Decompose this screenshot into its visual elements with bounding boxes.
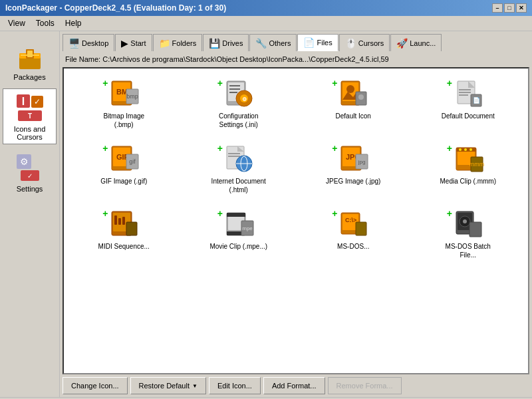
menu-view[interactable]: View [3,17,31,29]
packages-icon [14,40,46,72]
svg-text:gif: gif [129,158,136,165]
plus-icon: + [102,209,108,218]
icon-label-batch: MS-DOS Batch File... [438,242,498,259]
svg-text:✓: ✓ [27,172,33,180]
restore-dropdown-arrow: ▼ [192,383,198,389]
main-layout: Packages I T ✓ Icons and Cursors ⚙ [0,31,532,397]
svg-rect-3 [27,51,33,57]
file-path-value: C:\Archivos de programa\Stardock\Object … [102,55,388,63]
list-item[interactable]: + Default Icon [299,74,408,134]
list-item[interactable]: + mpe Movie Clip (.mpe...) [184,204,294,264]
packages-label: Packages [13,73,45,81]
plus-icon: + [217,209,223,218]
icon-wrapper-batch: + [447,209,489,241]
icon-label-bitmap: Bitmap Image(.bmp) [103,112,144,129]
svg-text:C:\>: C:\> [345,217,356,223]
icon-wrapper-default-doc: + 📄 [447,78,489,110]
svg-rect-37 [459,92,471,93]
list-item[interactable]: + 📄 Default Document [414,74,523,134]
list-item[interactable]: + ⚙ ConfigurationSettings (.ini) [184,74,294,134]
icon-label-default-doc: Default Document [442,112,495,120]
sidebar: Packages I T ✓ Icons and Cursors ⚙ [0,31,60,397]
list-item[interactable]: + C:\> MS-DOS... [299,204,408,264]
folders-tab-icon: 📁 [159,38,170,49]
svg-point-33 [358,94,364,100]
svg-rect-4 [21,55,39,56]
edit-icon-button[interactable]: Edit Icon... [209,377,261,394]
svg-text:mpe: mpe [242,225,253,231]
restore-default-button[interactable]: Restore Default ▼ [130,377,206,394]
icons-panel[interactable]: + BMP bmp Bitmap Image(.bmp) [63,67,529,374]
title-bar: IconPackager - CopperDeck2_4.5 (Evaluati… [0,0,532,16]
tab-launch[interactable]: 🚀 Launc... [390,34,442,51]
icon-wrapper-default-icon: + [332,78,374,110]
svg-point-63 [469,148,472,151]
list-item[interactable]: + MIDI Sequence... [69,204,179,264]
tab-drives[interactable]: 💾 Drives [203,34,249,51]
drives-tab-icon: 💾 [209,38,220,49]
svg-point-62 [464,148,467,151]
svg-rect-71 [126,222,137,235]
icon-wrapper-bitmap: + BMP bmp [102,78,145,110]
file-path-bar: File Name: C:\Archivos de programa\Stard… [63,54,529,65]
svg-rect-36 [459,89,471,90]
svg-text:T: T [27,112,31,120]
start-tab-icon: ▶ [121,38,128,49]
change-icon-button[interactable]: Change Icon... [63,377,128,394]
tab-desktop[interactable]: 🖥️ Desktop [63,34,114,51]
plus-icon: + [447,144,452,153]
list-item[interactable]: + GIF gif GIF Image (.gif) [69,139,179,199]
tab-bar: 🖥️ Desktop ▶ Start 📁 Folders 💾 Drives 🔧 … [63,34,529,51]
close-button[interactable]: ✕ [516,3,527,13]
svg-text:✓: ✓ [34,97,41,106]
desktop-tab-icon: 🖥️ [68,38,80,49]
settings-icon: ⚙ ✓ [14,152,46,184]
icons-grid: + BMP bmp Bitmap Image(.bmp) [69,74,523,264]
svg-rect-74 [227,213,245,217]
svg-text:jpg: jpg [358,159,366,165]
svg-rect-24 [229,92,237,93]
icon-wrapper-config: + ⚙ [217,78,260,110]
svg-rect-49 [228,156,240,157]
sidebar-item-settings[interactable]: ⚙ ✓ Settings [3,148,57,196]
svg-rect-22 [229,85,240,86]
sidebar-item-icons-cursors[interactable]: I T ✓ Icons and Cursors [3,88,57,144]
tab-files[interactable]: 📄 Files [297,34,338,51]
menu-help[interactable]: Help [60,17,87,29]
menu-bar: View Tools Help [0,16,532,31]
svg-text:bmp: bmp [126,93,138,100]
add-format-button[interactable]: Add Format... [263,377,325,394]
tab-cursors[interactable]: 🖱️ Cursors [339,34,390,51]
list-item[interactable]: + Internet Document(.html) [184,139,294,199]
window-controls: – □ ✕ [492,3,527,13]
list-item[interactable]: + JPG jpg JPEG Image (.jpg) [299,139,408,199]
file-path-label: File Name: [65,55,100,63]
icon-wrapper-gif: + GIF gif [102,144,145,176]
plus-icon: + [217,144,223,153]
bottom-toolbar: Change Icon... Restore Default ▼ Edit Ic… [63,377,529,394]
icon-label-config: ConfigurationSettings (.ini) [219,112,258,129]
svg-rect-68 [114,215,117,225]
list-item[interactable]: + MS-DOS Batch File... [414,204,523,264]
sidebar-item-packages[interactable]: Packages [3,37,57,84]
files-tab-icon: 📄 [303,37,315,48]
svg-rect-48 [228,153,240,154]
cursors-tab-icon: 🖱️ [345,38,356,49]
svg-point-85 [463,219,467,223]
svg-text:⚙: ⚙ [241,96,246,102]
maximize-button[interactable]: □ [504,3,515,13]
menu-tools[interactable]: Tools [31,17,60,29]
plus-icon: + [447,78,452,88]
tab-others[interactable]: 🔧 Others [249,34,297,51]
minimize-button[interactable]: – [492,3,503,13]
launch-tab-icon: 🚀 [396,38,408,49]
svg-text:📄: 📄 [472,96,480,104]
svg-rect-81 [356,222,366,235]
list-item[interactable]: + BMP bmp Bitmap Image(.bmp) [69,74,179,134]
list-item[interactable]: + mmm Media Clip (.mmm) [414,139,523,199]
svg-rect-38 [459,94,468,96]
svg-point-30 [346,85,354,93]
tab-start[interactable]: ▶ Start [115,34,152,51]
icon-wrapper-jpeg: + JPG jpg [332,144,374,176]
tab-folders[interactable]: 📁 Folders [153,34,203,51]
